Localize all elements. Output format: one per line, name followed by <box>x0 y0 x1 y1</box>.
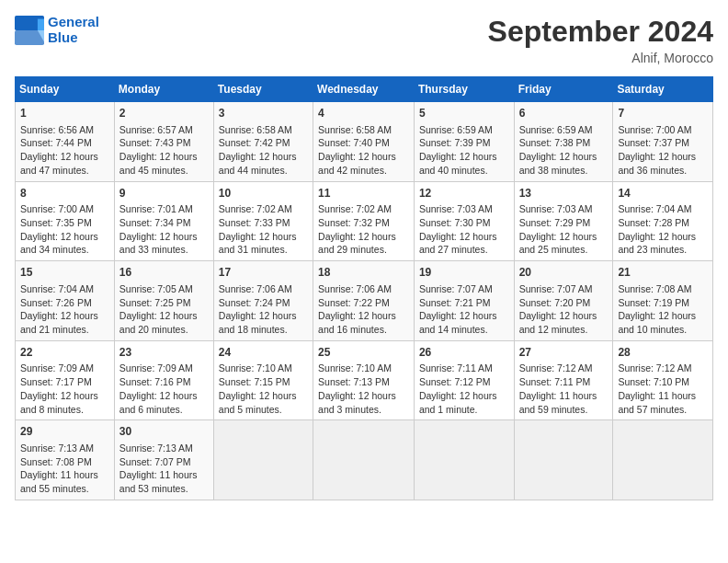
table-row: 6Sunrise: 6:59 AMSunset: 7:38 PMDaylight… <box>514 102 613 182</box>
calendar-week-4: 22Sunrise: 7:09 AMSunset: 7:17 PMDayligh… <box>16 340 713 420</box>
day-info-line: and 18 minutes. <box>219 323 308 337</box>
day-info-line: Sunset: 7:10 PM <box>618 375 708 389</box>
day-number: 18 <box>318 265 409 281</box>
table-row: 28Sunrise: 7:12 AMSunset: 7:10 PMDayligh… <box>613 340 713 420</box>
day-info-line: Daylight: 12 hours <box>20 150 109 164</box>
day-info-line: and 16 minutes. <box>318 323 409 337</box>
day-info-line: Sunset: 7:30 PM <box>419 216 509 230</box>
day-info-line: Sunset: 7:35 PM <box>20 216 109 230</box>
table-row: 2Sunrise: 6:57 AMSunset: 7:43 PMDaylight… <box>114 102 213 182</box>
table-row: 10Sunrise: 7:02 AMSunset: 7:33 PMDayligh… <box>213 181 313 261</box>
day-info-line: and 25 minutes. <box>519 243 609 257</box>
day-info-line: and 5 minutes. <box>219 403 308 417</box>
table-row: 17Sunrise: 7:06 AMSunset: 7:24 PMDayligh… <box>213 261 313 341</box>
day-info-line: and 8 minutes. <box>20 403 109 417</box>
day-info-line: Sunset: 7:20 PM <box>519 296 609 310</box>
day-info-line: and 10 minutes. <box>618 323 708 337</box>
day-info-line: Daylight: 12 hours <box>519 230 609 244</box>
day-info-line: Sunrise: 6:58 AM <box>219 123 308 137</box>
table-row: 15Sunrise: 7:04 AMSunset: 7:26 PMDayligh… <box>16 261 115 341</box>
day-number: 2 <box>119 106 209 121</box>
table-row: 18Sunrise: 7:06 AMSunset: 7:22 PMDayligh… <box>313 261 415 341</box>
table-row <box>313 420 415 500</box>
day-info-line: and 3 minutes. <box>318 403 409 417</box>
table-row: 4Sunrise: 6:58 AMSunset: 7:40 PMDaylight… <box>313 102 415 182</box>
table-row: 29Sunrise: 7:13 AMSunset: 7:08 PMDayligh… <box>16 420 115 500</box>
day-info-line: Sunrise: 7:07 AM <box>519 282 609 296</box>
day-info-line: Sunrise: 7:08 AM <box>618 282 708 296</box>
table-row: 13Sunrise: 7:03 AMSunset: 7:29 PMDayligh… <box>514 181 613 261</box>
day-info-line: Daylight: 12 hours <box>419 150 509 164</box>
day-number: 19 <box>419 265 509 281</box>
day-number: 4 <box>318 106 409 121</box>
table-row: 1Sunrise: 6:56 AMSunset: 7:44 PMDaylight… <box>16 102 115 182</box>
day-info-line: Sunset: 7:12 PM <box>419 375 509 389</box>
day-info-line: and 59 minutes. <box>519 403 609 417</box>
day-number: 22 <box>20 345 109 361</box>
day-info-line: Daylight: 12 hours <box>419 230 509 244</box>
day-header-sunday: Sunday <box>16 77 115 102</box>
table-row: 8Sunrise: 7:00 AMSunset: 7:35 PMDaylight… <box>16 181 115 261</box>
day-info-line: Daylight: 11 hours <box>519 389 609 403</box>
day-info-line: Daylight: 12 hours <box>618 230 708 244</box>
table-row: 9Sunrise: 7:01 AMSunset: 7:34 PMDaylight… <box>114 181 213 261</box>
day-info-line: Sunset: 7:43 PM <box>119 136 209 150</box>
table-row <box>514 420 613 500</box>
day-info-line: Sunset: 7:25 PM <box>119 296 209 310</box>
day-info-line: Sunrise: 7:02 AM <box>318 202 409 216</box>
calendar-week-3: 15Sunrise: 7:04 AMSunset: 7:26 PMDayligh… <box>16 261 713 341</box>
calendar-body: 1Sunrise: 6:56 AMSunset: 7:44 PMDaylight… <box>16 102 713 500</box>
day-info-line: Sunset: 7:19 PM <box>618 296 708 310</box>
day-number: 6 <box>519 106 609 121</box>
day-info-line: Sunset: 7:11 PM <box>519 375 609 389</box>
day-number: 24 <box>219 345 308 361</box>
table-row: 3Sunrise: 6:58 AMSunset: 7:42 PMDaylight… <box>213 102 313 182</box>
day-number: 7 <box>618 106 708 121</box>
day-number: 29 <box>20 424 109 440</box>
day-info-line: Sunrise: 7:06 AM <box>219 282 308 296</box>
day-info-line: Sunrise: 7:09 AM <box>119 362 209 375</box>
table-row <box>213 420 313 500</box>
day-info-line: Sunrise: 6:56 AM <box>20 123 109 137</box>
day-info-line: Daylight: 12 hours <box>419 389 509 403</box>
day-info-line: Daylight: 12 hours <box>519 309 609 323</box>
day-number: 20 <box>519 265 609 281</box>
day-number: 11 <box>318 186 409 201</box>
day-number: 14 <box>618 186 708 201</box>
day-number: 30 <box>119 424 209 440</box>
day-info-line: Sunset: 7:39 PM <box>419 136 509 150</box>
month-title: September 2024 <box>488 15 713 49</box>
day-number: 26 <box>419 345 509 361</box>
day-info-line: Daylight: 11 hours <box>20 468 109 482</box>
day-info-line: Sunset: 7:29 PM <box>519 216 609 230</box>
day-info-line: Daylight: 12 hours <box>318 230 409 244</box>
day-info-line: and 36 minutes. <box>618 164 708 178</box>
day-info-line: Daylight: 12 hours <box>20 309 109 323</box>
day-info-line: Sunset: 7:16 PM <box>119 375 209 389</box>
calendar-week-1: 1Sunrise: 6:56 AMSunset: 7:44 PMDaylight… <box>16 102 713 182</box>
day-info-line: Daylight: 12 hours <box>219 230 308 244</box>
day-info-line: Sunrise: 7:12 AM <box>519 362 609 375</box>
table-row: 5Sunrise: 6:59 AMSunset: 7:39 PMDaylight… <box>414 102 514 182</box>
day-info-line: Sunset: 7:15 PM <box>219 375 308 389</box>
day-header-thursday: Thursday <box>414 77 514 102</box>
day-info-line: Sunset: 7:21 PM <box>419 296 509 310</box>
day-number: 9 <box>119 186 209 201</box>
calendar-week-5: 29Sunrise: 7:13 AMSunset: 7:08 PMDayligh… <box>16 420 713 500</box>
day-info-line: and 6 minutes. <box>119 403 209 417</box>
day-info-line: Sunrise: 7:10 AM <box>219 362 308 375</box>
day-info-line: Sunset: 7:44 PM <box>20 136 109 150</box>
table-row: 12Sunrise: 7:03 AMSunset: 7:30 PMDayligh… <box>414 181 514 261</box>
day-number: 10 <box>219 186 308 201</box>
day-info-line: and 55 minutes. <box>20 482 109 496</box>
day-number: 21 <box>618 265 708 281</box>
day-info-line: Sunset: 7:34 PM <box>119 216 209 230</box>
day-info-line: Daylight: 12 hours <box>419 309 509 323</box>
day-info-line: and 31 minutes. <box>219 243 308 257</box>
day-info-line: Sunrise: 7:13 AM <box>20 442 109 455</box>
day-info-line: and 23 minutes. <box>618 243 708 257</box>
table-row: 11Sunrise: 7:02 AMSunset: 7:32 PMDayligh… <box>313 181 415 261</box>
day-info-line: and 53 minutes. <box>119 482 209 496</box>
day-info-line: Daylight: 12 hours <box>618 309 708 323</box>
day-info-line: and 33 minutes. <box>119 243 209 257</box>
